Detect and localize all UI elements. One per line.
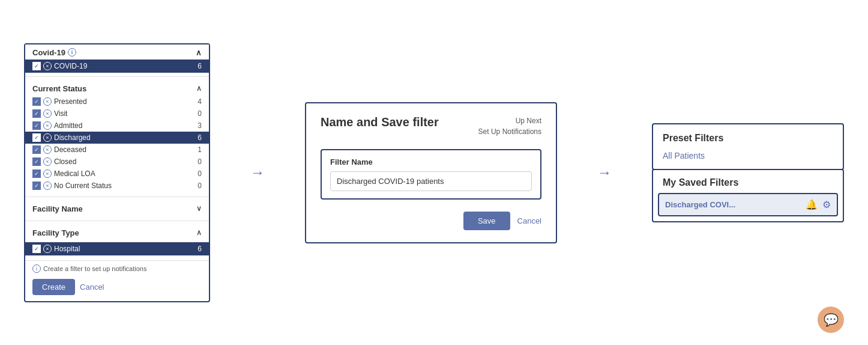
status-row-closed: × Closed 0 <box>32 156 202 168</box>
chat-icon: 💬 <box>824 313 839 327</box>
closed-checkbox[interactable] <box>32 157 41 166</box>
saved-filter-item[interactable]: Discharged COVI... 🔔 ⚙ <box>658 193 838 216</box>
covid-checkbox[interactable] <box>32 62 41 70</box>
covid-section-header[interactable]: Covid-19 i ∧ <box>32 48 202 57</box>
medical-loa-count: 0 <box>197 169 202 178</box>
facility-type-header[interactable]: Facility Type ∧ <box>32 226 202 240</box>
hospital-count: 6 <box>197 245 202 253</box>
facility-name-section: Facility Name ∨ <box>25 197 209 221</box>
status-row-admitted: × Admitted 3 <box>32 120 202 132</box>
current-status-section: Current Status ∧ × Presented 4 × Visit 0… <box>25 77 209 197</box>
left-cancel-button[interactable]: Cancel <box>80 282 104 292</box>
modal-title: Name and Save filter <box>321 115 439 129</box>
hospital-filter-row[interactable]: × Hospital 6 <box>25 242 209 255</box>
status-row-medical-loa: × Medical LOA 0 <box>32 168 202 180</box>
hospital-remove-btn[interactable]: × <box>43 245 52 253</box>
no-status-remove-btn[interactable]: × <box>43 182 52 190</box>
info-icon: i <box>68 48 76 56</box>
status-row-deceased: × Deceased 1 <box>32 144 202 156</box>
modal-panel: Name and Save filter Up Next Set Up Noti… <box>305 102 557 243</box>
arrow-left: → <box>250 164 265 181</box>
facility-type-title: Facility Type <box>32 228 79 237</box>
saved-filter-name: Discharged COVI... <box>665 200 735 209</box>
admitted-label: Admitted <box>54 121 193 130</box>
left-panel: Covid-19 i ∧ × COVID-19 6 Current Status… <box>24 43 210 302</box>
up-next-block: Up Next Set Up Notifications <box>478 115 541 137</box>
covid-filter-row[interactable]: × COVID-19 6 <box>25 60 209 73</box>
visit-count: 0 <box>197 109 202 118</box>
facility-name-chevron: ∨ <box>196 204 202 213</box>
no-status-checkbox[interactable] <box>32 182 41 190</box>
all-patients-link[interactable]: All Patients <box>653 148 843 169</box>
visit-label: Visit <box>54 109 193 118</box>
admitted-checkbox[interactable] <box>32 121 41 130</box>
current-status-chevron: ∧ <box>196 84 202 93</box>
presented-remove-btn[interactable]: × <box>43 97 52 106</box>
medical-loa-remove-btn[interactable]: × <box>43 169 52 178</box>
deceased-label: Deceased <box>54 145 193 154</box>
setup-label: Set Up Notifications <box>478 126 541 137</box>
modal-cancel-button[interactable]: Cancel <box>517 212 541 230</box>
status-row-presented: × Presented 4 <box>32 96 202 108</box>
covid-remove-btn[interactable]: × <box>43 62 52 70</box>
presented-label: Presented <box>54 97 193 106</box>
chat-bubble[interactable]: 💬 <box>818 307 844 333</box>
presented-checkbox[interactable] <box>32 97 41 106</box>
current-status-title: Current Status <box>32 84 86 93</box>
no-status-label: No Current Status <box>54 182 193 190</box>
admitted-count: 3 <box>197 121 202 130</box>
covid-filter-count: 6 <box>197 62 202 70</box>
discharged-checkbox[interactable] <box>32 133 41 142</box>
status-row-visit: × Visit 0 <box>32 108 202 120</box>
discharged-count: 6 <box>197 133 202 142</box>
notification-row: i Create a filter to set up notification… <box>25 261 209 273</box>
closed-remove-btn[interactable]: × <box>43 157 52 166</box>
discharged-label: Discharged <box>54 133 193 142</box>
closed-count: 0 <box>197 157 202 166</box>
arrow-right: → <box>597 164 612 181</box>
discharged-remove-btn[interactable]: × <box>43 133 52 142</box>
covid-chevron: ∧ <box>196 48 202 57</box>
medical-loa-checkbox[interactable] <box>32 169 41 178</box>
bell-icon[interactable]: 🔔 <box>806 199 818 210</box>
saved-filters-box: My Saved Filters Discharged COVI... 🔔 ⚙ <box>652 169 844 222</box>
closed-label: Closed <box>54 157 193 166</box>
modal-actions: Save Cancel <box>321 212 541 230</box>
preset-filters-title: Preset Filters <box>653 124 843 148</box>
admitted-remove-btn[interactable]: × <box>43 121 52 130</box>
presented-count: 4 <box>197 97 202 106</box>
filter-name-input[interactable] <box>330 171 532 191</box>
covid-section: Covid-19 i ∧ × COVID-19 6 <box>25 44 209 77</box>
bottom-actions: Create Cancel <box>25 273 209 301</box>
gear-icon[interactable]: ⚙ <box>822 199 831 210</box>
create-button[interactable]: Create <box>32 279 75 295</box>
hospital-label: Hospital <box>54 245 195 253</box>
visit-remove-btn[interactable]: × <box>43 109 52 118</box>
facility-type-chevron: ∧ <box>196 228 202 237</box>
covid-filter-label: COVID-19 <box>54 62 195 70</box>
medical-loa-label: Medical LOA <box>54 169 193 178</box>
deceased-remove-btn[interactable]: × <box>43 145 52 154</box>
current-status-header[interactable]: Current Status ∧ <box>32 82 202 96</box>
right-panel: Preset Filters All Patients My Saved Fil… <box>652 123 844 222</box>
main-container: Covid-19 i ∧ × COVID-19 6 Current Status… <box>0 0 868 345</box>
facility-type-section: Facility Type ∧ × Hospital 6 <box>25 221 209 261</box>
deceased-count: 1 <box>197 145 202 154</box>
preset-filters-box: Preset Filters All Patients <box>652 123 844 170</box>
deceased-checkbox[interactable] <box>32 145 41 154</box>
facility-name-header[interactable]: Facility Name ∨ <box>32 202 202 216</box>
notification-text: Create a filter to set up notifications <box>43 265 146 272</box>
filter-name-group: Filter Name <box>321 149 541 200</box>
status-row-discharged: × Discharged 6 <box>25 132 209 144</box>
modal-header: Name and Save filter Up Next Set Up Noti… <box>321 115 541 137</box>
save-button[interactable]: Save <box>463 212 510 230</box>
filter-name-label: Filter Name <box>330 157 532 166</box>
saved-filter-icons: 🔔 ⚙ <box>806 199 831 210</box>
hospital-checkbox[interactable] <box>32 245 41 253</box>
facility-name-title: Facility Name <box>32 204 83 213</box>
covid-section-title: Covid-19 <box>32 48 65 57</box>
no-status-count: 0 <box>197 182 202 190</box>
status-row-no-status: × No Current Status 0 <box>32 180 202 192</box>
visit-checkbox[interactable] <box>32 109 41 118</box>
saved-filters-title: My Saved Filters <box>653 170 843 193</box>
